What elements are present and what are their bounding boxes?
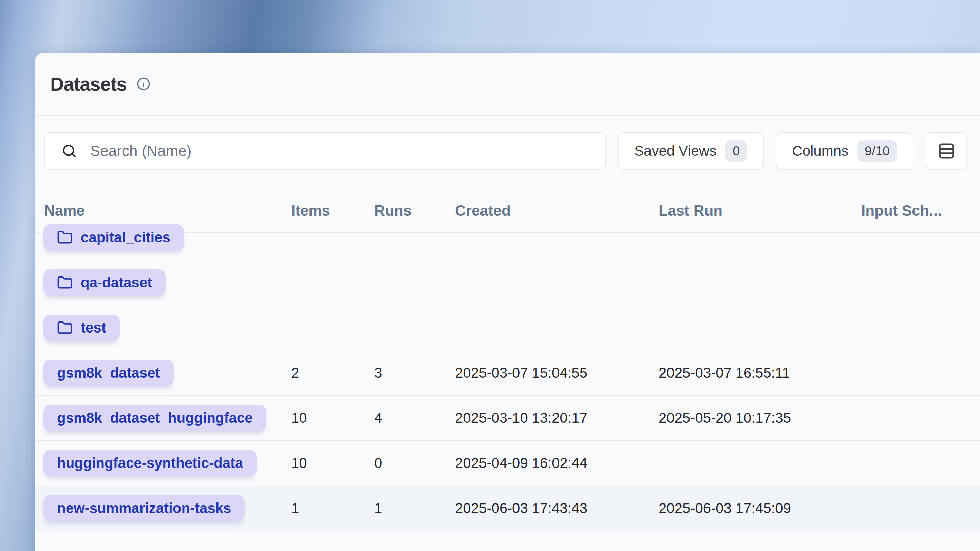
cell-last-run: 2025-03-07 16:55:11 bbox=[659, 351, 861, 395]
dataset-name: huggingface-synthetic-data bbox=[57, 455, 243, 471]
cell-created: 2025-06-03 17:43:43 bbox=[455, 486, 659, 531]
cell-items bbox=[291, 305, 374, 351]
table-row: gsm8k_dataset bbox=[35, 351, 291, 395]
cell-last-run: 2025-06-03 17:45:09 bbox=[659, 486, 861, 531]
saved-views-count-badge: 0 bbox=[725, 140, 747, 162]
cell-input-schema bbox=[861, 351, 980, 395]
cell-created: 2025-03-07 15:04:55 bbox=[455, 351, 659, 395]
row-height-button[interactable] bbox=[926, 132, 967, 170]
folder-link-test[interactable]: test bbox=[43, 314, 120, 341]
folder-icon bbox=[57, 320, 73, 335]
dataset-link-huggingface-synthetic-data[interactable]: huggingface-synthetic-data bbox=[43, 450, 256, 476]
cell-items: 2 bbox=[291, 351, 374, 395]
folder-icon bbox=[57, 230, 73, 245]
cell-created bbox=[455, 215, 659, 260]
cell-runs: 1 bbox=[374, 486, 455, 531]
datasets-table: Name Items Runs Created Last Run Input S… bbox=[35, 170, 980, 551]
cell-runs: 0 bbox=[374, 441, 455, 486]
dataset-name: new-summarization-tasks bbox=[57, 500, 231, 516]
columns-count-badge: 9/10 bbox=[857, 140, 897, 162]
cell-last-run bbox=[659, 441, 861, 486]
saved-views-label: Saved Views bbox=[634, 143, 716, 159]
info-icon[interactable] bbox=[137, 77, 150, 91]
folder-icon bbox=[57, 275, 73, 291]
cell-runs bbox=[374, 305, 455, 351]
toolbar: Saved Views 0 Columns 9/10 bbox=[44, 132, 967, 170]
cell-runs bbox=[374, 215, 455, 260]
search-box[interactable] bbox=[44, 132, 606, 170]
dataset-name: gsm8k_dataset bbox=[57, 365, 160, 381]
cell-last-run: 2025-05-20 10:17:35 bbox=[659, 395, 861, 441]
table-row: gsm8k_dataset_huggingface bbox=[35, 395, 291, 441]
table-row: test bbox=[35, 305, 291, 351]
dataset-name: gsm8k_dataset_huggingface bbox=[57, 410, 253, 426]
cell-input-schema bbox=[861, 260, 980, 305]
cell-input-schema bbox=[861, 486, 980, 531]
columns-button[interactable]: Columns 9/10 bbox=[776, 132, 913, 170]
cell-created bbox=[455, 260, 659, 305]
dataset-link-gsm8k-dataset[interactable]: gsm8k_dataset bbox=[43, 360, 174, 386]
cell-input-schema bbox=[861, 395, 980, 441]
cell-input-schema bbox=[861, 441, 980, 486]
dataset-link-gsm8k-dataset-huggingface[interactable]: gsm8k_dataset_huggingface bbox=[43, 405, 266, 431]
cell-last-run bbox=[659, 260, 861, 305]
cell-input-schema bbox=[861, 305, 980, 351]
table-row: new-summarization-tasks bbox=[35, 486, 291, 531]
folder-link-qa-dataset[interactable]: qa-dataset bbox=[43, 269, 165, 296]
cell-created: 2025-03-10 13:20:17 bbox=[455, 395, 659, 441]
page-header: Datasets bbox=[35, 52, 980, 116]
dataset-name: qa-dataset bbox=[81, 275, 152, 291]
dataset-name: capital_cities bbox=[81, 229, 170, 246]
cell-runs bbox=[374, 260, 455, 305]
search-input[interactable] bbox=[90, 143, 589, 159]
cell-items: 1 bbox=[291, 486, 374, 531]
cell-created: 2025-04-09 16:02:44 bbox=[455, 441, 659, 486]
cell-created bbox=[455, 305, 659, 351]
table-row: huggingface-synthetic-data bbox=[35, 441, 291, 486]
dataset-name: test bbox=[81, 319, 106, 336]
saved-views-button[interactable]: Saved Views 0 bbox=[618, 132, 764, 170]
columns-label: Columns bbox=[792, 143, 848, 159]
cell-items: 10 bbox=[291, 441, 374, 486]
search-icon bbox=[61, 143, 77, 159]
page-title: Datasets bbox=[50, 73, 127, 95]
cell-last-run bbox=[659, 215, 861, 260]
table-row: capital_cities bbox=[35, 215, 291, 260]
cell-input-schema bbox=[861, 215, 980, 260]
cell-items bbox=[291, 260, 374, 305]
cell-items: 10 bbox=[291, 395, 374, 441]
cell-runs: 3 bbox=[374, 351, 455, 395]
datasets-panel: Datasets Saved Views 0 Columns bbox=[35, 52, 980, 551]
cell-last-run bbox=[659, 305, 861, 351]
table-rows-icon bbox=[937, 141, 956, 160]
cell-items bbox=[291, 215, 374, 260]
cell-runs: 4 bbox=[374, 395, 455, 441]
folder-link-capital-cities[interactable]: capital_cities bbox=[43, 224, 184, 251]
table-row: qa-dataset bbox=[35, 260, 291, 305]
dataset-link-new-summarization-tasks[interactable]: new-summarization-tasks bbox=[43, 495, 245, 521]
